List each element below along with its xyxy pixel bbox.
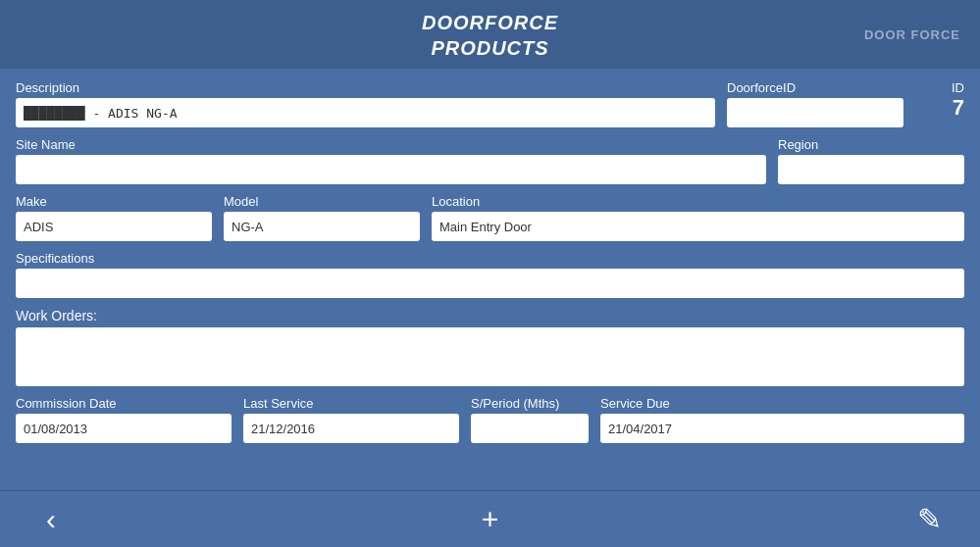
- service-due-container: Service Due: [600, 396, 964, 443]
- specifications-field-container: Specifications: [16, 251, 964, 298]
- make-label: Make: [16, 194, 212, 209]
- main-content: Description DoorforceID ID 7 Site Name R…: [0, 69, 980, 490]
- app-header: DOORFORCE PRODUCTS DOOR FORCE: [0, 0, 980, 69]
- commission-date-label: Commission Date: [16, 396, 232, 411]
- site-name-label: Site Name: [16, 137, 766, 152]
- service-due-input[interactable]: [600, 414, 964, 443]
- location-field-container: Location: [432, 194, 964, 241]
- commission-date-container: Commission Date: [16, 396, 232, 443]
- make-input[interactable]: [16, 212, 212, 241]
- id-value: 7: [915, 95, 964, 121]
- specifications-input[interactable]: [16, 269, 964, 298]
- doorforce-id-input[interactable]: [727, 98, 903, 127]
- s-period-label: S/Period (Mths): [471, 396, 589, 411]
- description-label: Description: [16, 80, 715, 95]
- model-field-container: Model: [224, 194, 420, 241]
- s-period-input[interactable]: [471, 414, 589, 443]
- description-input[interactable]: [16, 98, 715, 127]
- site-name-field-container: Site Name: [16, 137, 766, 184]
- work-orders-section: Work Orders:: [16, 308, 964, 386]
- bottom-toolbar: ‹ + ✎: [0, 490, 980, 547]
- model-label: Model: [224, 194, 420, 209]
- site-name-input[interactable]: [16, 155, 766, 184]
- add-button[interactable]: +: [469, 498, 512, 541]
- row-make-model-location: Make Model Location: [16, 194, 964, 241]
- row-site: Site Name Region: [16, 137, 964, 184]
- doorforce-id-label: DoorforceID: [727, 80, 903, 95]
- id-container: ID 7: [915, 80, 964, 127]
- region-input[interactable]: [778, 155, 964, 184]
- s-period-container: S/Period (Mths): [471, 396, 589, 443]
- work-orders-label: Work Orders:: [16, 308, 964, 323]
- last-service-label: Last Service: [243, 396, 459, 411]
- last-service-container: Last Service: [243, 396, 459, 443]
- edit-button[interactable]: ✎: [907, 498, 951, 541]
- row-specifications: Specifications: [16, 251, 964, 298]
- make-field-container: Make: [16, 194, 212, 241]
- id-label: ID: [915, 80, 964, 95]
- region-field-container: Region: [778, 137, 964, 184]
- commission-date-input[interactable]: [16, 414, 232, 443]
- location-input[interactable]: [432, 212, 964, 241]
- location-label: Location: [432, 194, 964, 209]
- header-logo: DOOR FORCE: [864, 27, 960, 42]
- back-button[interactable]: ‹: [29, 498, 73, 541]
- region-label: Region: [778, 137, 964, 152]
- service-due-label: Service Due: [600, 396, 964, 411]
- row-description: Description DoorforceID ID 7: [16, 80, 964, 127]
- model-input[interactable]: [224, 212, 420, 241]
- last-service-input[interactable]: [243, 414, 459, 443]
- specifications-label: Specifications: [16, 251, 964, 266]
- work-orders-box[interactable]: [16, 327, 964, 386]
- app-title: DOORFORCE PRODUCTS: [0, 10, 980, 61]
- doorforce-id-field-container: DoorforceID: [727, 80, 903, 127]
- row-dates: Commission Date Last Service S/Period (M…: [16, 396, 964, 443]
- description-field-container: Description: [16, 80, 715, 127]
